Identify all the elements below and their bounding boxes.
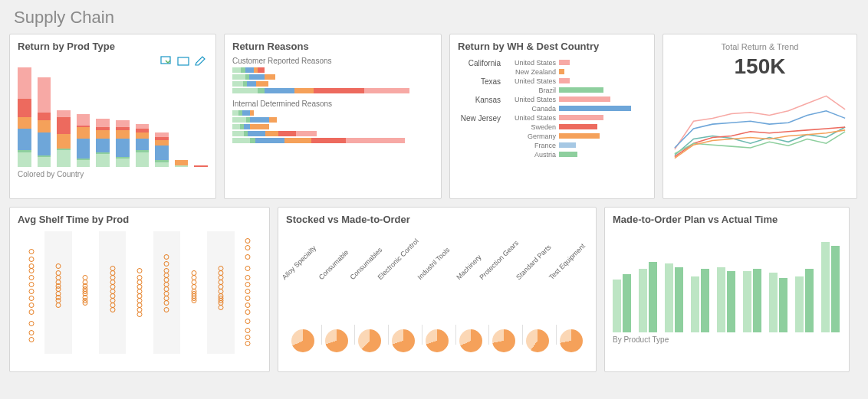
pie-label: Consumable [317,248,350,281]
country-bar [559,124,597,129]
country-bar [559,115,603,120]
panel-title: Avg Shelf Time by Prod [18,214,261,225]
country-label: United States [505,96,559,103]
pie-slice [526,329,549,352]
pie-slice [560,329,583,352]
panel-footnote: By Product Type [613,335,841,344]
export-icon[interactable] [160,56,173,67]
panel-title: Made-to-Order Plan vs Actual Time [613,214,841,225]
stacked-bar-chart [18,67,208,167]
panel-title: Return by WH & Dest Country [458,41,646,52]
panel-return-by-prod-type[interactable]: Return by Prod Type Colored by Country [9,34,216,199]
wh-label: Texas [458,77,505,86]
panel-stocked-mto[interactable]: Stocked vs Made-to-Order Alloy Specialty… [278,207,597,372]
pie-slice [459,329,482,352]
edit-icon[interactable] [194,56,206,67]
pie-slice [358,329,381,352]
pie-slice [325,329,348,352]
country-bar [559,142,576,148]
country-bar [559,78,570,83]
panel-plan-vs-actual[interactable]: Made-to-Order Plan vs Actual Time By Pro… [604,207,850,372]
country-label: United States [505,77,559,85]
pie-chart-row: Alloy SpecialtyConsumableConsumablesElec… [286,230,588,352]
kpi-value: 150K [671,54,849,79]
country-label: United States [505,59,559,67]
country-bar [559,60,570,65]
scatter-chart [18,231,261,354]
country-label: Germany [505,132,559,140]
subheading-internal: Internal Determined Reasons [232,100,433,108]
country-bar [559,152,577,157]
dashboard-page: Supply Chain Return by Prod Type Colored… [0,0,868,399]
panel-shelf-time[interactable]: Avg Shelf Time by Prod [9,207,270,372]
country-bar [559,106,631,111]
hbar-chart-customer [232,67,433,93]
wh-label: New Jersey [458,113,505,123]
subheading-customer: Customer Reported Reasons [232,57,433,65]
pie-slice [392,329,415,352]
pie-label: Industril Tools [416,246,452,281]
country-bar [559,87,603,93]
pie-slice [291,329,314,352]
maximize-icon[interactable] [177,56,189,67]
panel-title: Return by Prod Type [18,41,208,52]
pie-label: Test Equipment [547,242,587,281]
kpi-title: Total Return & Trend [671,42,849,51]
page-title: Supply Chain [14,8,859,28]
panel-footnote: Colored by Country [18,170,208,178]
panel-return-reasons[interactable]: Return Reasons Customer Reported Reasons… [224,34,442,199]
grouped-bar-chart [613,233,841,332]
country-label: Austria [505,151,559,159]
pie-label: Alloy Specialty [281,244,317,281]
row-1: Return by Prod Type Colored by Country R… [9,34,859,199]
panel-return-by-wh[interactable]: Return by WH & Dest Country CaliforniaUn… [449,34,655,199]
panel-title: Return Reasons [232,41,433,52]
country-label: New Zealand [505,68,559,76]
country-label: France [505,142,559,149]
pie-label: Electronic Control [376,237,420,281]
pie-slice [492,329,515,352]
country-label: United States [505,114,559,122]
svg-rect-1 [178,57,189,65]
country-label: Brazil [505,87,559,94]
panel-toolbar [160,56,206,67]
country-label: Sweden [505,123,559,131]
pie-slice [426,329,449,352]
country-bar [559,96,610,102]
panel-title: Stocked vs Made-to-Order [286,214,588,225]
panel-kpi-trend[interactable]: Total Return & Trend 150K [663,34,857,199]
hbar-chart-internal [232,110,433,143]
trend-line-chart [671,85,849,169]
country-label: Canada [505,105,559,113]
wh-label: Kansas [458,95,505,104]
wh-label: California [458,58,505,67]
row-2: Avg Shelf Time by Prod Stocked vs Made-t… [9,207,859,372]
country-bar [559,133,600,139]
country-bar [559,69,564,74]
wh-list: CaliforniaUnited StatesNew ZealandTexasU… [458,58,646,159]
